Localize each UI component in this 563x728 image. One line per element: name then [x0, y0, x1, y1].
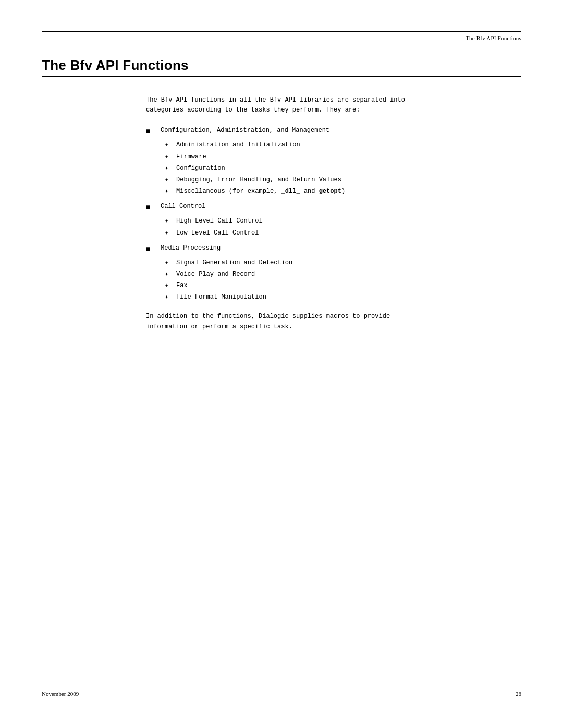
list-item: ✦ Low Level Call Control: [165, 228, 521, 238]
section-media-processing-header: ■ Media Processing: [146, 243, 521, 255]
item-misc: Miscellaneous (for example, _dll_ and ge…: [176, 187, 345, 196]
item-high-level-call: High Level Call Control: [176, 216, 263, 226]
section-config-admin-label: Configuration, Administration, and Manag…: [161, 126, 329, 135]
diamond-icon: ✦: [165, 258, 174, 268]
closing-line1: In addition to the functions, Dialogic s…: [146, 313, 390, 320]
section-config-admin: ■ Configuration, Administration, and Man…: [146, 126, 521, 196]
item-admin-init: Administration and Initialization: [176, 140, 300, 150]
page: The Bfv API Functions The Bfv API Functi…: [0, 0, 563, 728]
page-footer: November 2009 26: [42, 687, 521, 697]
item-low-level-call: Low Level Call Control: [176, 228, 259, 238]
bullet-level1-marker: ■: [146, 126, 158, 137]
bullet-level1-marker: ■: [146, 202, 158, 213]
list-item: ✦ File Format Manipulation: [165, 292, 521, 302]
list-item: ✦ Signal Generation and Detection: [165, 258, 521, 268]
header-rule: [42, 31, 521, 32]
item-debugging: Debugging, Error Handling, and Return Va…: [176, 175, 341, 185]
item-firmware: Firmware: [176, 152, 206, 162]
section-media-processing-label: Media Processing: [161, 243, 221, 253]
diamond-icon: ✦: [165, 269, 174, 279]
list-item: ✦ Debugging, Error Handling, and Return …: [165, 175, 521, 185]
page-title: The Bfv API Functions: [42, 57, 521, 77]
closing-paragraph: In addition to the functions, Dialogic s…: [146, 312, 521, 331]
intro-line1: The Bfv API functions in all the Bfv API…: [146, 96, 405, 104]
intro-paragraph: The Bfv API functions in all the Bfv API…: [146, 95, 521, 115]
section-media-processing: ■ Media Processing ✦ Signal Generation a…: [146, 243, 521, 303]
section-config-admin-header: ■ Configuration, Administration, and Man…: [146, 126, 521, 137]
diamond-icon: ✦: [165, 164, 174, 174]
diamond-icon: ✦: [165, 175, 174, 185]
main-content: The Bfv API Functions The Bfv API functi…: [42, 57, 521, 332]
getopt-text: getopt: [319, 188, 341, 195]
diamond-icon: ✦: [165, 152, 174, 162]
sub-bullets-config: ✦ Administration and Initialization ✦ Fi…: [146, 140, 521, 196]
section-call-control-label: Call Control: [161, 202, 205, 211]
footer-left: November 2009: [42, 690, 79, 697]
dll-text: _dll_: [282, 188, 300, 195]
item-file-format: File Format Manipulation: [176, 292, 266, 302]
list-item: ✦ Miscellaneous (for example, _dll_ and …: [165, 187, 521, 196]
diamond-icon: ✦: [165, 216, 174, 226]
diamond-icon: ✦: [165, 228, 174, 238]
list-item: ✦ Configuration: [165, 164, 521, 174]
footer-content: November 2009 26: [42, 690, 521, 697]
page-header: The Bfv API Functions: [0, 31, 563, 41]
section-call-control: ■ Call Control ✦ High Level Call Control…: [146, 202, 521, 238]
header-title: The Bfv API Functions: [42, 35, 521, 41]
list-item: ✦ High Level Call Control: [165, 216, 521, 226]
item-signal-gen: Signal Generation and Detection: [176, 258, 292, 268]
closing-line2: information or perform a specific task.: [146, 323, 292, 330]
sub-bullets-call: ✦ High Level Call Control ✦ Low Level Ca…: [146, 216, 521, 238]
footer-rule: [42, 687, 521, 687]
diamond-icon: ✦: [165, 281, 174, 291]
diamond-icon: ✦: [165, 140, 174, 150]
list-item: ✦ Firmware: [165, 152, 521, 162]
section-call-control-header: ■ Call Control: [146, 202, 521, 213]
list-item: ✦ Administration and Initialization: [165, 140, 521, 150]
list-item: ✦ Fax: [165, 281, 521, 291]
bullet-level1-marker: ■: [146, 244, 158, 255]
item-configuration: Configuration: [176, 164, 225, 174]
diamond-icon: ✦: [165, 292, 174, 302]
item-voice-play: Voice Play and Record: [176, 269, 255, 279]
intro-line2: categories according to the tasks they p…: [146, 106, 360, 114]
item-fax: Fax: [176, 281, 188, 291]
diamond-icon: ✦: [165, 187, 174, 196]
sub-bullets-media: ✦ Signal Generation and Detection ✦ Voic…: [146, 258, 521, 303]
footer-right: 26: [516, 690, 521, 697]
list-item: ✦ Voice Play and Record: [165, 269, 521, 279]
bullet-sections: ■ Configuration, Administration, and Man…: [146, 126, 521, 302]
